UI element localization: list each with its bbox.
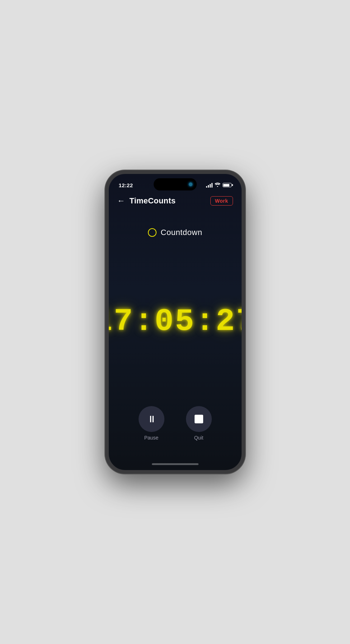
camera-dot xyxy=(189,183,192,186)
countdown-label-area: Countdown xyxy=(148,228,202,237)
control-buttons: ⏸ Pause Quit xyxy=(139,406,212,441)
header: ← TimeCounts Work xyxy=(109,193,242,210)
circle-icon xyxy=(148,228,157,237)
phone-frame: 12:22 xyxy=(105,170,245,474)
dynamic-island xyxy=(154,178,197,190)
quit-button[interactable] xyxy=(186,406,212,432)
home-indicator xyxy=(109,458,242,470)
status-time: 12:22 xyxy=(119,182,133,188)
pause-button-wrapper[interactable]: ⏸ Pause xyxy=(139,406,164,441)
signal-bars-icon xyxy=(206,183,213,188)
timer-display: 17:05:27 xyxy=(109,237,242,406)
stop-icon xyxy=(195,415,203,423)
back-button[interactable]: ← xyxy=(117,196,125,206)
wifi-icon xyxy=(215,182,220,188)
status-icons xyxy=(206,182,232,188)
header-left: ← TimeCounts xyxy=(117,196,176,206)
app-title: TimeCounts xyxy=(130,196,176,206)
work-badge[interactable]: Work xyxy=(210,196,233,206)
quit-button-wrapper[interactable]: Quit xyxy=(186,406,212,441)
countdown-label: Countdown xyxy=(161,228,202,237)
pause-icon: ⏸ xyxy=(147,414,156,425)
battery-icon xyxy=(223,183,232,187)
timer-digits: 17:05:27 xyxy=(109,306,242,337)
home-bar xyxy=(152,463,199,465)
pause-label: Pause xyxy=(144,435,159,441)
screen: 12:22 xyxy=(109,174,242,470)
quit-label: Quit xyxy=(194,435,204,441)
main-content: Countdown 17:05:27 ⏸ Pause xyxy=(109,210,242,458)
controls: ⏸ Pause Quit xyxy=(116,406,234,443)
pause-button[interactable]: ⏸ xyxy=(139,406,164,432)
